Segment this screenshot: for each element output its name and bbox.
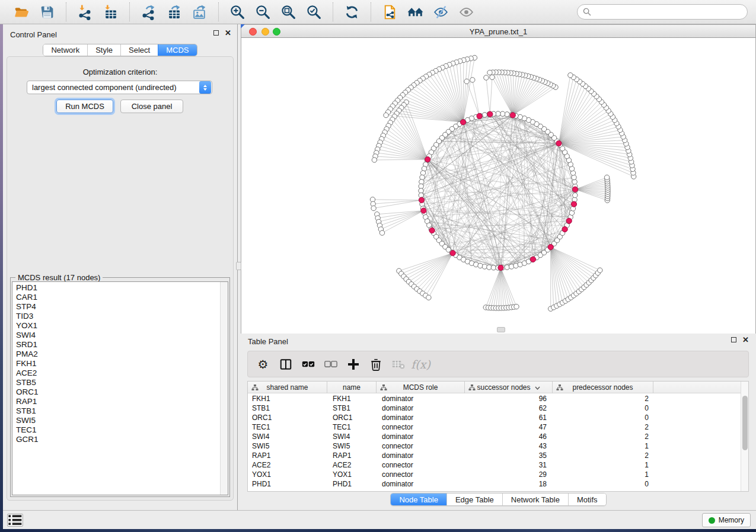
cell-predecessor_nodes[interactable]: 1: [553, 470, 653, 479]
cell-predecessor_nodes[interactable]: 2: [553, 432, 653, 441]
cell-mcds_role[interactable]: dominator: [377, 413, 465, 422]
vertical-splitter-handle[interactable]: [236, 262, 241, 270]
mcds-hub-node[interactable]: [460, 120, 465, 125]
cell-name[interactable]: RAP1: [327, 451, 377, 460]
cell-shared_name[interactable]: PHD1: [248, 479, 327, 489]
cell-successor_nodes[interactable]: 43: [465, 441, 553, 451]
control-panel-float-icon[interactable]: [213, 30, 219, 36]
mcds-hub-node[interactable]: [429, 227, 435, 233]
clear-checkboxes-button[interactable]: [321, 354, 340, 374]
mcds-result-item[interactable]: CAR1: [16, 293, 39, 302]
cell-shared_name[interactable]: RAP1: [248, 451, 327, 460]
network-node[interactable]: [371, 206, 376, 210]
add-column-button[interactable]: [344, 354, 362, 374]
import-table-button[interactable]: [98, 2, 123, 22]
cell-successor_nodes[interactable]: 62: [465, 403, 553, 413]
table-row[interactable]: STB1STB1dominator620: [248, 403, 741, 413]
cell-predecessor_nodes[interactable]: 0: [553, 479, 653, 489]
network-node[interactable]: [379, 230, 384, 235]
mcds-result-item[interactable]: YOX1: [16, 321, 39, 331]
mcds-result-item[interactable]: PHD1: [16, 283, 39, 293]
cell-successor_nodes[interactable]: 46: [465, 432, 553, 441]
tab-select[interactable]: Select: [120, 44, 158, 56]
mcds-hub-node[interactable]: [487, 111, 493, 117]
export-image-button[interactable]: [187, 2, 212, 22]
column-header-shared-name[interactable]: shared name: [248, 382, 327, 393]
table-panel-float-icon[interactable]: [731, 337, 736, 342]
save-session-button[interactable]: [34, 2, 60, 22]
split-columns-button[interactable]: [276, 354, 295, 374]
tab-edge-table[interactable]: Edge Table: [446, 493, 502, 505]
mcds-result-item[interactable]: GCR1: [16, 435, 39, 444]
cell-successor_nodes[interactable]: 96: [465, 394, 553, 403]
mcds-result-item[interactable]: TID3: [16, 312, 39, 321]
mcds-result-item[interactable]: STB5: [16, 378, 39, 387]
cell-successor_nodes[interactable]: 31: [465, 460, 553, 470]
delete-column-button[interactable]: [366, 354, 385, 374]
open-file-button[interactable]: [9, 2, 34, 22]
network-node[interactable]: [426, 295, 431, 300]
control-panel-close-icon[interactable]: ✕: [225, 30, 231, 36]
table-row[interactable]: TEC1TEC1connector472: [248, 422, 741, 432]
mcds-hub-node[interactable]: [450, 251, 455, 256]
cell-mcds_role[interactable]: dominator: [377, 394, 465, 403]
mcds-result-item[interactable]: SWI4: [16, 331, 39, 340]
network-window-titlebar[interactable]: YPA_prune.txt_1: [241, 24, 756, 38]
mcds-result-item[interactable]: ORC1: [16, 387, 39, 397]
zoom-selected-button[interactable]: [301, 2, 327, 22]
cell-name[interactable]: SWI5: [327, 441, 377, 451]
network-node[interactable]: [568, 73, 573, 78]
cell-mcds_role[interactable]: dominator: [377, 451, 465, 460]
mcds-hub-node[interactable]: [477, 113, 482, 118]
mcds-hub-node[interactable]: [498, 265, 503, 270]
cell-predecessor_nodes[interactable]: 0: [553, 413, 653, 422]
export-table-button[interactable]: [161, 2, 187, 22]
home-button[interactable]: [403, 2, 428, 22]
table-scrollbar[interactable]: [741, 382, 748, 491]
optimization-criterion-dropdown[interactable]: largest connected component (undirected): [27, 81, 212, 94]
table-scrollbar-thumb[interactable]: [742, 396, 748, 450]
tab-motifs[interactable]: Motifs: [568, 493, 606, 505]
search-input[interactable]: [595, 8, 742, 17]
tab-network[interactable]: Network: [43, 44, 87, 56]
new-network-from-file-button[interactable]: [377, 2, 403, 22]
zoom-out-button[interactable]: [250, 2, 276, 22]
mcds-result-item[interactable]: SWI5: [16, 416, 39, 425]
mcds-hub-node[interactable]: [530, 257, 535, 262]
cell-mcds_role[interactable]: dominator: [377, 403, 465, 413]
table-row[interactable]: ORC1ORC1dominator610: [248, 413, 741, 422]
network-canvas[interactable]: [241, 38, 756, 334]
import-network-button[interactable]: [72, 2, 98, 22]
cell-mcds_role[interactable]: connector: [377, 422, 465, 432]
cell-name[interactable]: ACE2: [327, 460, 377, 470]
network-node[interactable]: [487, 70, 492, 75]
cell-predecessor_nodes[interactable]: 2: [553, 422, 653, 432]
export-network-button[interactable]: [136, 2, 161, 22]
cell-mcds_role[interactable]: dominator: [377, 432, 465, 441]
network-node[interactable]: [604, 175, 609, 180]
mcds-result-item[interactable]: SRD1: [16, 340, 39, 350]
network-node[interactable]: [464, 79, 469, 84]
network-node[interactable]: [490, 75, 495, 79]
zoom-fit-button[interactable]: [276, 2, 301, 22]
mcds-result-item[interactable]: FKH1: [16, 359, 39, 368]
show-graphics-details-button[interactable]: [454, 2, 479, 22]
memory-button[interactable]: Memory: [702, 513, 751, 527]
select-all-checkboxes-button[interactable]: [299, 354, 317, 374]
mcds-hub-node[interactable]: [571, 201, 576, 207]
cell-mcds_role[interactable]: connector: [377, 460, 465, 470]
cell-shared_name[interactable]: ACE2: [248, 460, 327, 470]
cell-mcds_role[interactable]: dominator: [377, 479, 465, 489]
network-node[interactable]: [573, 193, 578, 197]
cell-shared_name[interactable]: SWI5: [248, 441, 327, 451]
cell-shared_name[interactable]: YOX1: [248, 470, 327, 479]
network-graph[interactable]: [241, 38, 756, 334]
cell-predecessor_nodes[interactable]: 1: [553, 460, 653, 470]
refresh-button[interactable]: [339, 2, 365, 22]
run-mcds-button[interactable]: Run MCDS: [56, 100, 113, 113]
mcds-list-scrollbar[interactable]: [220, 282, 228, 495]
cell-mcds_role[interactable]: connector: [377, 441, 465, 451]
search-box[interactable]: [577, 4, 748, 20]
cell-predecessor_nodes[interactable]: 2: [553, 451, 653, 460]
tab-mcds[interactable]: MCDS: [158, 44, 196, 56]
